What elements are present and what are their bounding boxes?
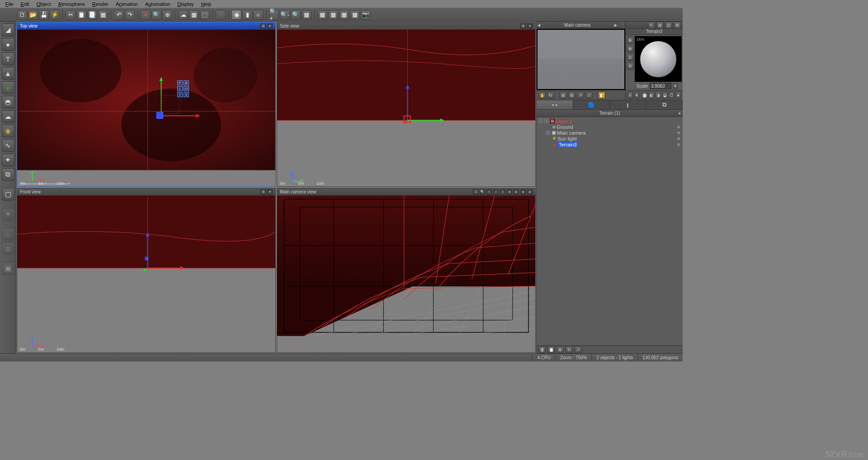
spline-tool[interactable]: ∿ [2, 139, 14, 152]
camera-button[interactable]: 📷 [361, 10, 371, 20]
mat-mode-icon[interactable]: ◒ [662, 92, 668, 99]
mat-add-icon[interactable]: ⊕ [627, 37, 634, 44]
material-button[interactable]: ⬚ [200, 10, 210, 20]
camera-z-icon[interactable]: Z [500, 189, 505, 195]
visibility-dot-icon[interactable] [677, 143, 680, 146]
scene-tree[interactable]: − + Layer 1 ◈ Ground + ▣ Main camera [537, 117, 683, 345]
orbit-icon[interactable]: ↻ [547, 92, 554, 99]
material-preview[interactable]: 1km [635, 36, 682, 82]
menu-display[interactable]: Display [174, 0, 198, 8]
arrow-icon[interactable]: ↗ [577, 92, 584, 99]
view-3-button[interactable]: ▦ [339, 10, 349, 20]
visibility-dot-icon[interactable] [677, 131, 680, 134]
light-tool[interactable]: ☀ [2, 208, 14, 221]
text-tool[interactable]: T [2, 52, 14, 65]
menu-animation[interactable]: Animation [112, 0, 142, 8]
menu-help[interactable]: Help [198, 0, 215, 8]
viewport-maximize-icon[interactable]: ⊞ [260, 23, 266, 29]
frame-tool[interactable]: ▣ [2, 262, 14, 275]
tree-layer-row[interactable]: − + Layer 1 [538, 118, 681, 124]
viewport-menu-icon[interactable]: ▾ [267, 23, 273, 29]
mountain-tool[interactable]: ▲ [2, 67, 14, 80]
viewport-maximize-icon[interactable]: ⊞ [260, 189, 266, 195]
zoom-fit-button[interactable]: 🔍 [291, 10, 301, 20]
ecosystem-button[interactable]: ⦂ [216, 10, 226, 20]
camera-next-button[interactable]: ► [613, 23, 618, 28]
zoom-in-button[interactable]: 🔍+ [269, 10, 279, 20]
viewport-side-canvas[interactable]: Z Y 0m5m10m [277, 30, 535, 187]
expand-tree-icon[interactable]: ⤢ [575, 346, 582, 353]
viewport-menu-icon[interactable]: ▾ [527, 23, 533, 29]
mat-grid-icon[interactable]: ⊞ [656, 22, 664, 29]
menu-file[interactable]: File [2, 0, 17, 8]
menu-automation[interactable]: Automation [142, 0, 174, 8]
rotate-button[interactable]: ⟐ [253, 10, 263, 20]
expand-icon[interactable]: + [544, 119, 548, 123]
preview-image[interactable] [537, 29, 625, 90]
redo-button[interactable]: ↷ [125, 10, 135, 20]
undo-button[interactable]: ↶ [114, 10, 124, 20]
camera-opt-icon[interactable]: ● [514, 189, 519, 195]
mat-mode-icon[interactable]: ⬤ [642, 92, 647, 99]
mat-remove-icon[interactable]: ⊗ [627, 45, 634, 52]
plant-tool[interactable]: ♣ [2, 81, 14, 94]
menu-edit[interactable]: Edit [17, 0, 33, 8]
tab-library[interactable]: ⫿ [610, 100, 646, 109]
edit-material-icon[interactable]: ✎ [648, 22, 655, 29]
tree-item-ground[interactable]: ◈ Ground [538, 124, 681, 130]
open-button[interactable]: 📂 [28, 10, 38, 20]
refresh-tree-icon[interactable]: ↻ [566, 346, 573, 353]
new-button[interactable]: 🗋 [17, 10, 27, 20]
paste-button[interactable]: 📑 [87, 10, 97, 20]
mat-mode-icon[interactable]: ⬡ [669, 92, 675, 99]
camera-opt-icon[interactable]: ● [520, 189, 526, 195]
camera-prev-icon[interactable]: « [486, 189, 492, 195]
sphere-tool[interactable]: ● [2, 38, 14, 51]
viewport-render-icon[interactable]: ⊡ [473, 189, 478, 195]
mat-mode-icon[interactable]: ● [675, 92, 681, 99]
render-settings-button[interactable]: ⊕ [162, 10, 172, 20]
expand-icon[interactable]: − [538, 119, 542, 123]
delete-icon[interactable]: 🗑 [538, 346, 546, 353]
tree-item-sunlight[interactable]: ☀ Sun light [538, 136, 681, 141]
grid-icon[interactable]: ⊞ [560, 92, 567, 99]
terrain-button[interactable]: ▦ [189, 10, 199, 20]
viewport-camera[interactable]: Main camera view ⊡ 🔍 « » Z ● ● ● ● [277, 188, 536, 353]
zoom-out-button[interactable]: 🔍- [280, 10, 290, 20]
atmosphere-button[interactable]: ☁ [178, 10, 188, 20]
grid2-icon[interactable]: ⊞ [568, 92, 576, 99]
ellipse-tool[interactable]: ⦶ [2, 242, 14, 255]
mat-mode-icon[interactable]: ◑ [656, 92, 661, 99]
mat-box-icon[interactable]: ⊡ [665, 22, 672, 29]
terrain-tool[interactable]: ◢ [2, 23, 14, 36]
viewport-camera-canvas[interactable]: Z X [277, 196, 535, 352]
scale-input[interactable] [650, 83, 671, 89]
tree-item-terrain3[interactable]: ▲ Terrain3 [538, 141, 681, 147]
view-1-button[interactable]: ▦ [317, 10, 327, 20]
expand-icon[interactable]: ⤢ [585, 92, 593, 99]
mat-a-button[interactable]: A [627, 92, 633, 99]
save-button[interactable]: 💾 [39, 10, 49, 20]
select-button[interactable]: ◉ [231, 10, 241, 20]
circle-tool[interactable]: ○ [2, 228, 14, 240]
box-tool[interactable]: ▢ [2, 188, 14, 201]
cloud-tool[interactable]: ☁ [2, 110, 14, 123]
tab-materials[interactable]: 🔵 [573, 100, 610, 109]
view-4-button[interactable]: ▦ [350, 10, 360, 20]
viewport-maximize-icon[interactable]: ⊞ [520, 23, 526, 29]
copy-button[interactable]: 📋 [76, 10, 86, 20]
preview-menu-icon[interactable]: ⋮ [621, 23, 625, 28]
effect-tool[interactable]: ✦ [2, 154, 14, 166]
rock-tool[interactable]: ◓ [2, 96, 14, 108]
quick-render-button[interactable]: ⚡ [50, 10, 60, 20]
panel-menu-icon[interactable]: ▾ [679, 111, 681, 116]
menu-render[interactable]: Render [89, 0, 112, 8]
tab-links[interactable]: ⧉ [646, 100, 683, 109]
scale-stepper-icon[interactable]: ▸ [673, 83, 678, 89]
viewport-front-canvas[interactable]: Z X 0m5m10m [17, 196, 275, 352]
navigation-cube[interactable]: PBLOTV [176, 80, 190, 98]
view-2-button[interactable]: ▦ [328, 10, 338, 20]
tree-item-camera[interactable]: + ▣ Main camera [538, 130, 681, 136]
copy-tree-icon[interactable]: 📋 [547, 346, 555, 353]
visibility-dot-icon[interactable] [677, 126, 680, 128]
